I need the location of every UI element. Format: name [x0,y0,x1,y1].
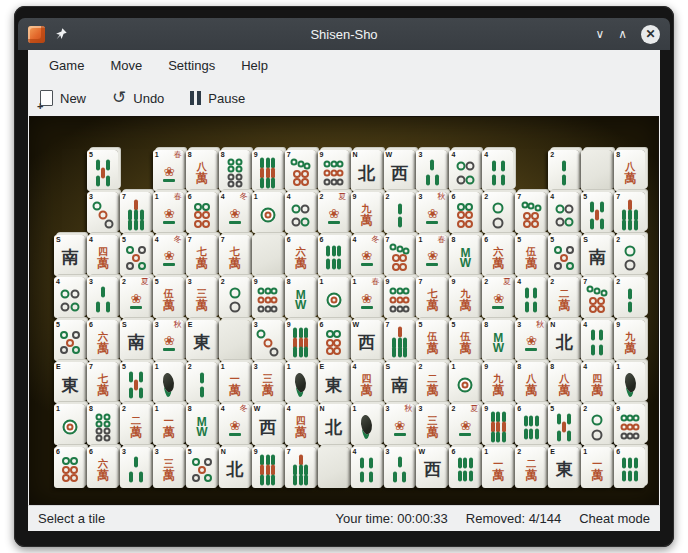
tile-b6[interactable]: 6 [614,447,645,488]
tile-b3[interactable]: 3 [416,150,447,191]
tile-c7[interactable]: 7 [285,150,316,191]
tile-c4[interactable]: 4 [285,192,316,233]
tile-m7[interactable]: 7七萬 [87,362,118,403]
tile-c5[interactable]: 5 [54,320,85,361]
tile-c6[interactable]: 6 [318,320,349,361]
tile-b1[interactable]: 1 [614,362,645,403]
tile-c6[interactable]: 6 [186,192,217,233]
tile-c2[interactable]: 2 [482,192,513,233]
tile-m4[interactable]: 4四萬 [581,362,612,403]
menu-move[interactable]: Move [97,54,155,77]
tile-b6[interactable]: 6 [449,447,480,488]
tile-b3[interactable]: 3 [120,447,151,488]
tile-c4[interactable]: 4 [548,192,579,233]
tile-m9[interactable]: 9九萬 [614,320,645,361]
tile-m8[interactable]: 8八萬 [614,150,645,191]
tile-wS[interactable]: 南S [120,320,151,361]
tile-c4[interactable]: 4 [449,150,480,191]
menu-game[interactable]: Game [36,54,97,77]
tile-m3[interactable]: 3三萬 [416,404,447,445]
tile-b7[interactable]: 7 [614,192,645,233]
tile-c8[interactable]: 8 [87,404,118,445]
close-button[interactable]: ✕ [641,25,660,44]
tile-f2[interactable]: ❀2夏 [482,277,513,318]
tile-b4[interactable]: 4 [482,150,513,191]
tile-b8[interactable]: 8MW [186,404,217,445]
maximize-button[interactable]: ∧ [618,28,627,40]
tile-m9[interactable]: 9九萬 [449,277,480,318]
tile-blank[interactable] [581,150,612,191]
tile-m6[interactable]: 6六萬 [87,447,118,488]
tile-m3[interactable]: 3三萬 [252,362,283,403]
tile-f3[interactable]: ❀3秋 [153,320,184,361]
tile-wN[interactable]: 北N [318,404,349,445]
tile-f3[interactable]: ❀3秋 [416,192,447,233]
tile-m8[interactable]: 8八萬 [515,362,546,403]
tile-m3[interactable]: 3三萬 [186,277,217,318]
tile-c5[interactable]: 5 [548,235,579,276]
tile-b6[interactable]: 6 [318,235,349,276]
pin-icon[interactable] [54,27,68,41]
tile-b1[interactable]: 1 [153,362,184,403]
tile-m1[interactable]: 1一萬 [153,404,184,445]
tile-b5[interactable]: 5 [120,362,151,403]
tile-f4[interactable]: ❀4冬 [153,235,184,276]
tile-b3[interactable]: 3 [384,447,415,488]
tile-b5[interactable]: 5 [581,192,612,233]
tile-c1[interactable]: 1 [252,192,283,233]
tile-c9[interactable]: 9 [252,277,283,318]
tile-m7[interactable]: 7七萬 [186,235,217,276]
tile-b7[interactable]: 7 [120,192,151,233]
tile-m1[interactable]: 1一萬 [482,447,513,488]
tile-b9[interactable]: 9 [285,320,316,361]
tile-m9[interactable]: 9九萬 [482,362,513,403]
tile-m6[interactable]: 6六萬 [87,320,118,361]
tile-m6[interactable]: 6六萬 [285,235,316,276]
tile-wW[interactable]: 西W [252,404,283,445]
tile-b2[interactable]: 2 [186,362,217,403]
tile-b1[interactable]: 1 [351,404,382,445]
tile-b8[interactable]: 8MW [285,277,316,318]
tile-f2[interactable]: ❀2夏 [449,404,480,445]
tile-c2[interactable]: 2 [614,235,645,276]
tile-c5[interactable]: 5 [120,235,151,276]
tile-m6[interactable]: 6六萬 [482,235,513,276]
tile-m1[interactable]: 1一萬 [219,362,250,403]
tile-m2[interactable]: 2二萬 [515,447,546,488]
tile-c6[interactable]: 6 [54,447,85,488]
tile-f4[interactable]: ❀4冬 [219,404,250,445]
tile-wN[interactable]: 北N [351,150,382,191]
tile-b4[interactable]: 4 [581,320,612,361]
tile-f1[interactable]: ❀1春 [153,150,184,191]
tile-wN[interactable]: 北N [219,447,250,488]
tile-b1[interactable]: 1 [285,362,316,403]
tile-c7[interactable]: 7 [581,277,612,318]
tile-c3[interactable]: 3 [87,192,118,233]
tile-f4[interactable]: ❀4冬 [219,192,250,233]
tile-c1[interactable]: 1 [54,404,85,445]
tile-wS[interactable]: 南S [384,362,415,403]
tile-b4[interactable]: 4 [515,277,546,318]
tile-b9[interactable]: 9 [252,447,283,488]
tile-c1[interactable]: 1 [318,277,349,318]
tile-m3[interactable]: 3三萬 [153,447,184,488]
tile-blank[interactable] [252,235,283,276]
menu-settings[interactable]: Settings [155,54,228,77]
tile-wE[interactable]: 東E [186,320,217,361]
tile-m2[interactable]: 2二萬 [548,277,579,318]
game-board[interactable]: 5❀1春8八萬8979北N西W34428八萬37❀1春6❀4冬14❀2夏9九萬2… [29,116,659,505]
tile-b7[interactable]: 7 [285,447,316,488]
tile-b6[interactable]: 6 [515,404,546,445]
tile-blank[interactable] [219,320,250,361]
tile-c1[interactable]: 1 [449,362,480,403]
tile-m7[interactable]: 7七萬 [219,235,250,276]
tile-b7[interactable]: 7 [384,320,415,361]
tile-b9[interactable]: 9 [482,404,513,445]
tile-m5[interactable]: 5伍萬 [416,320,447,361]
tile-b2[interactable]: 2 [548,150,579,191]
tile-f1[interactable]: ❀1春 [153,192,184,233]
tile-c8[interactable]: 8 [219,150,250,191]
tile-blank[interactable] [318,447,349,488]
minimize-button[interactable]: ∨ [595,28,604,40]
tile-m8[interactable]: 8八萬 [548,362,579,403]
